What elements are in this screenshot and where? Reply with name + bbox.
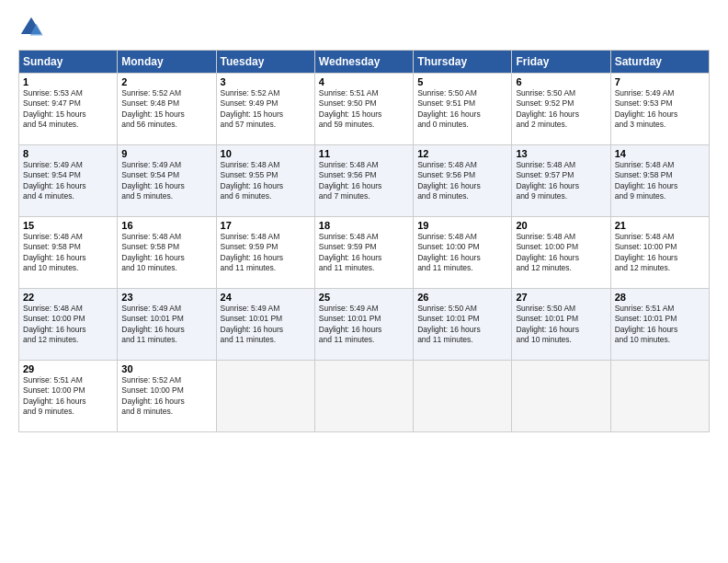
day-info: Sunrise: 5:48 AM Sunset: 9:59 PM Dayligh… — [221, 232, 311, 274]
calendar-table: SundayMondayTuesdayWednesdayThursdayFrid… — [18, 50, 710, 432]
day-number: 26 — [417, 292, 507, 303]
day-info: Sunrise: 5:48 AM Sunset: 10:00 PM Daylig… — [417, 232, 507, 274]
calendar-cell: 6Sunrise: 5:50 AM Sunset: 9:52 PM Daylig… — [512, 74, 610, 145]
day-number: 11 — [319, 148, 409, 159]
day-info: Sunrise: 5:48 AM Sunset: 9:58 PM Dayligh… — [23, 232, 113, 274]
day-info: Sunrise: 5:50 AM Sunset: 10:01 PM Daylig… — [516, 304, 606, 346]
day-number: 10 — [221, 148, 311, 159]
calendar-cell: 28Sunrise: 5:51 AM Sunset: 10:01 PM Dayl… — [610, 289, 709, 361]
calendar-cell — [216, 361, 314, 432]
day-info: Sunrise: 5:53 AM Sunset: 9:47 PM Dayligh… — [23, 88, 113, 131]
day-info: Sunrise: 5:48 AM Sunset: 9:59 PM Dayligh… — [319, 232, 409, 274]
day-info: Sunrise: 5:48 AM Sunset: 9:58 PM Dayligh… — [615, 160, 705, 202]
day-number: 3 — [221, 76, 311, 87]
day-number: 30 — [121, 363, 211, 374]
day-number: 19 — [417, 220, 507, 231]
day-info: Sunrise: 5:49 AM Sunset: 9:54 PM Dayligh… — [23, 160, 113, 202]
calendar-cell: 18Sunrise: 5:48 AM Sunset: 9:59 PM Dayli… — [314, 217, 413, 289]
day-info: Sunrise: 5:49 AM Sunset: 9:53 PM Dayligh… — [615, 88, 705, 131]
calendar-cell: 24Sunrise: 5:49 AM Sunset: 10:01 PM Dayl… — [216, 289, 314, 361]
calendar-cell: 21Sunrise: 5:48 AM Sunset: 10:00 PM Dayl… — [610, 217, 709, 289]
day-number: 5 — [417, 76, 507, 87]
calendar-cell: 27Sunrise: 5:50 AM Sunset: 10:01 PM Dayl… — [512, 289, 610, 361]
calendar-cell — [314, 361, 413, 432]
day-number: 4 — [319, 76, 409, 87]
col-header-tuesday: Tuesday — [216, 51, 314, 74]
col-header-friday: Friday — [512, 51, 610, 74]
day-number: 6 — [516, 76, 606, 87]
calendar-cell — [414, 361, 512, 432]
day-info: Sunrise: 5:51 AM Sunset: 9:50 PM Dayligh… — [319, 88, 409, 131]
calendar-week-row: 8Sunrise: 5:49 AM Sunset: 9:54 PM Daylig… — [19, 145, 710, 217]
day-info: Sunrise: 5:49 AM Sunset: 10:01 PM Daylig… — [319, 304, 409, 346]
col-header-sunday: Sunday — [19, 51, 118, 74]
calendar-cell: 16Sunrise: 5:48 AM Sunset: 9:58 PM Dayli… — [118, 217, 216, 289]
calendar-cell: 25Sunrise: 5:49 AM Sunset: 10:01 PM Dayl… — [314, 289, 413, 361]
day-info: Sunrise: 5:48 AM Sunset: 9:55 PM Dayligh… — [221, 160, 311, 202]
calendar-cell: 7Sunrise: 5:49 AM Sunset: 9:53 PM Daylig… — [610, 74, 709, 145]
calendar-cell: 4Sunrise: 5:51 AM Sunset: 9:50 PM Daylig… — [314, 74, 413, 145]
day-info: Sunrise: 5:52 AM Sunset: 9:48 PM Dayligh… — [121, 88, 211, 131]
calendar-week-row: 22Sunrise: 5:48 AM Sunset: 10:00 PM Dayl… — [19, 289, 710, 361]
calendar-week-row: 15Sunrise: 5:48 AM Sunset: 9:58 PM Dayli… — [19, 217, 710, 289]
day-info: Sunrise: 5:51 AM Sunset: 10:00 PM Daylig… — [23, 375, 113, 418]
day-info: Sunrise: 5:51 AM Sunset: 10:01 PM Daylig… — [615, 304, 705, 346]
calendar-cell: 8Sunrise: 5:49 AM Sunset: 9:54 PM Daylig… — [19, 145, 118, 217]
day-number: 20 — [516, 220, 606, 231]
day-number: 29 — [23, 363, 113, 374]
day-number: 12 — [417, 148, 507, 159]
calendar-cell: 11Sunrise: 5:48 AM Sunset: 9:56 PM Dayli… — [314, 145, 413, 217]
calendar-cell: 2Sunrise: 5:52 AM Sunset: 9:48 PM Daylig… — [118, 74, 216, 145]
day-number: 7 — [615, 76, 705, 87]
calendar-cell: 22Sunrise: 5:48 AM Sunset: 10:00 PM Dayl… — [19, 289, 118, 361]
calendar-week-row: 1Sunrise: 5:53 AM Sunset: 9:47 PM Daylig… — [19, 74, 710, 145]
logo — [18, 15, 48, 40]
col-header-wednesday: Wednesday — [314, 51, 413, 74]
day-number: 1 — [23, 76, 113, 87]
calendar-cell: 9Sunrise: 5:49 AM Sunset: 9:54 PM Daylig… — [118, 145, 216, 217]
day-info: Sunrise: 5:52 AM Sunset: 9:49 PM Dayligh… — [221, 88, 311, 131]
calendar-cell — [610, 361, 709, 432]
day-number: 25 — [319, 292, 409, 303]
calendar-cell: 29Sunrise: 5:51 AM Sunset: 10:00 PM Dayl… — [19, 361, 118, 432]
calendar-cell — [512, 361, 610, 432]
page: SundayMondayTuesdayWednesdayThursdayFrid… — [0, 0, 728, 563]
day-info: Sunrise: 5:48 AM Sunset: 9:57 PM Dayligh… — [516, 160, 606, 202]
day-info: Sunrise: 5:50 AM Sunset: 9:51 PM Dayligh… — [417, 88, 507, 131]
calendar-cell: 17Sunrise: 5:48 AM Sunset: 9:59 PM Dayli… — [216, 217, 314, 289]
day-info: Sunrise: 5:50 AM Sunset: 9:52 PM Dayligh… — [516, 88, 606, 131]
day-number: 9 — [121, 148, 211, 159]
calendar-cell: 20Sunrise: 5:48 AM Sunset: 10:00 PM Dayl… — [512, 217, 610, 289]
day-info: Sunrise: 5:49 AM Sunset: 9:54 PM Dayligh… — [121, 160, 211, 202]
day-info: Sunrise: 5:48 AM Sunset: 9:58 PM Dayligh… — [121, 232, 211, 274]
day-number: 13 — [516, 148, 606, 159]
logo-icon — [18, 15, 44, 40]
calendar-cell: 10Sunrise: 5:48 AM Sunset: 9:55 PM Dayli… — [216, 145, 314, 217]
day-number: 28 — [615, 292, 705, 303]
day-info: Sunrise: 5:48 AM Sunset: 9:56 PM Dayligh… — [319, 160, 409, 202]
day-number: 27 — [516, 292, 606, 303]
day-number: 16 — [121, 220, 211, 231]
calendar-cell: 12Sunrise: 5:48 AM Sunset: 9:56 PM Dayli… — [414, 145, 512, 217]
day-number: 2 — [121, 76, 211, 87]
calendar-cell: 15Sunrise: 5:48 AM Sunset: 9:58 PM Dayli… — [19, 217, 118, 289]
calendar-cell: 19Sunrise: 5:48 AM Sunset: 10:00 PM Dayl… — [414, 217, 512, 289]
day-info: Sunrise: 5:48 AM Sunset: 10:00 PM Daylig… — [615, 232, 705, 274]
calendar-cell: 23Sunrise: 5:49 AM Sunset: 10:01 PM Dayl… — [118, 289, 216, 361]
calendar-week-row: 29Sunrise: 5:51 AM Sunset: 10:00 PM Dayl… — [19, 361, 710, 432]
day-number: 21 — [615, 220, 705, 231]
calendar-header-row: SundayMondayTuesdayWednesdayThursdayFrid… — [19, 51, 710, 74]
calendar-cell: 5Sunrise: 5:50 AM Sunset: 9:51 PM Daylig… — [414, 74, 512, 145]
day-number: 22 — [23, 292, 113, 303]
calendar-cell: 13Sunrise: 5:48 AM Sunset: 9:57 PM Dayli… — [512, 145, 610, 217]
day-number: 15 — [23, 220, 113, 231]
header — [18, 15, 710, 40]
calendar-cell: 1Sunrise: 5:53 AM Sunset: 9:47 PM Daylig… — [19, 74, 118, 145]
calendar-cell: 3Sunrise: 5:52 AM Sunset: 9:49 PM Daylig… — [216, 74, 314, 145]
day-info: Sunrise: 5:48 AM Sunset: 10:00 PM Daylig… — [516, 232, 606, 274]
day-info: Sunrise: 5:49 AM Sunset: 10:01 PM Daylig… — [121, 304, 211, 346]
day-info: Sunrise: 5:49 AM Sunset: 10:01 PM Daylig… — [221, 304, 311, 346]
day-info: Sunrise: 5:48 AM Sunset: 9:56 PM Dayligh… — [417, 160, 507, 202]
col-header-monday: Monday — [118, 51, 216, 74]
day-number: 17 — [221, 220, 311, 231]
